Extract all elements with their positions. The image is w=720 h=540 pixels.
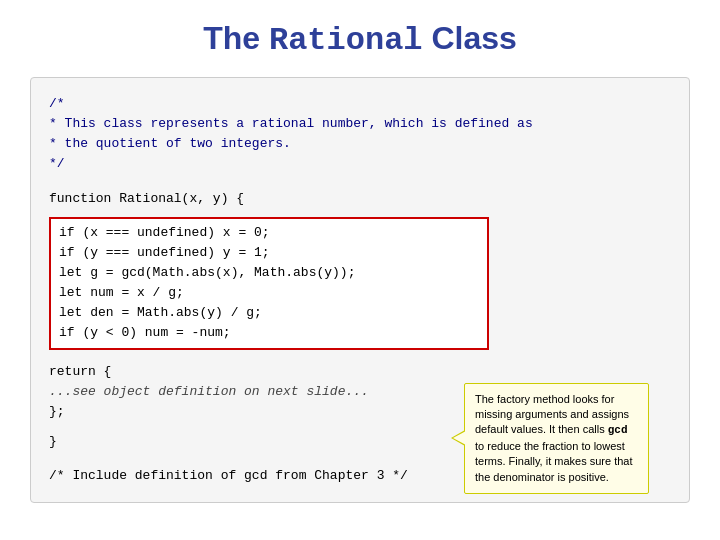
function-signature: function Rational(x, y) { [49,189,671,209]
slide: The Rational Class /* * This class repre… [0,0,720,540]
hl-line-4: let den = Math.abs(y) / g; [59,303,479,323]
comment-line2: * This class represents a rational numbe… [49,114,671,134]
code-content-box: /* * This class represents a rational nu… [30,77,690,503]
function-section: function Rational(x, y) { if (x === unde… [49,189,671,453]
comment-line4: */ [49,154,671,174]
comment-line1: /* [49,94,671,114]
highlighted-code-block: if (x === undefined) x = 0; if (y === un… [49,217,489,350]
title-suffix: Class [423,20,517,56]
hl-line-5: if (y < 0) num = -num; [59,323,479,343]
hl-line-3: let num = x / g; [59,283,479,303]
include-text: /* Include definition of gcd from Chapte… [49,468,408,483]
comment-block: /* * This class represents a rational nu… [49,94,671,175]
hl-line-0: if (x === undefined) x = 0; [59,223,479,243]
hl-line-1: if (y === undefined) y = 1; [59,243,479,263]
return-open: return { [49,362,671,382]
slide-title: The Rational Class [30,20,690,59]
hl-line-2: let g = gcd(Math.abs(x), Math.abs(y)); [59,263,479,283]
title-monospace: Rational [269,22,423,59]
comment-line3: * the quotient of two integers. [49,134,671,154]
callout-text: The factory method looks for missing arg… [475,393,633,483]
title-prefix: The [203,20,269,56]
callout-box: The factory method looks for missing arg… [464,383,649,494]
